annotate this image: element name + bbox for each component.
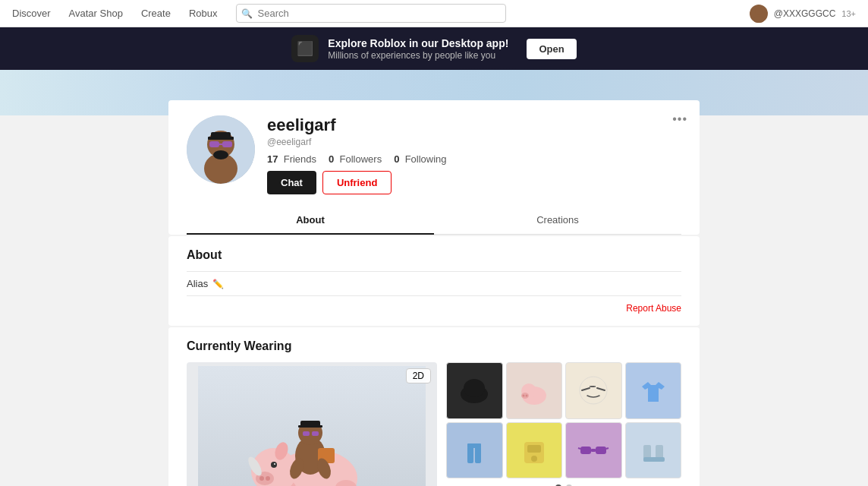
- profile-stats: 17 Friends 0 Followers 0 Following: [267, 153, 681, 165]
- item-shirt[interactable]: [625, 362, 682, 419]
- svg-point-39: [522, 395, 524, 397]
- tab-about[interactable]: About: [187, 207, 434, 235]
- alias-label: Alias: [187, 278, 208, 289]
- friends-stat[interactable]: 17 Friends: [267, 153, 316, 165]
- roblox-icon: ⬛: [297, 40, 313, 57]
- svg-rect-30: [312, 431, 319, 436]
- svg-rect-52: [580, 447, 591, 454]
- chat-button[interactable]: Chat: [267, 171, 316, 194]
- user-menu: @XXXGGGCC 13+: [750, 5, 856, 23]
- profile-username: eeeligarf: [267, 115, 681, 135]
- svg-point-1: [753, 16, 764, 23]
- banner-text: Explore Roblox in our Desktop app! Milli…: [328, 37, 508, 61]
- svg-point-40: [525, 395, 527, 397]
- about-title: About: [187, 248, 681, 262]
- nav-avatar-shop[interactable]: Avatar Shop: [69, 8, 123, 19]
- item-backpack[interactable]: [506, 422, 563, 479]
- svg-point-51: [531, 456, 537, 462]
- promo-banner: ⬛ Explore Roblox in our Desktop app! Mil…: [0, 27, 868, 70]
- more-options-button[interactable]: •••: [672, 112, 687, 126]
- svg-point-19: [259, 476, 264, 481]
- followers-count: 0: [329, 153, 334, 165]
- profile-avatar: [187, 115, 255, 184]
- currently-wearing-section: Currently Wearing: [168, 327, 700, 486]
- banner-subtitle: Millions of experiences by people like y…: [328, 50, 495, 61]
- friends-label: Friends: [284, 153, 316, 165]
- followers-stat[interactable]: 0 Followers: [329, 153, 382, 165]
- search-input[interactable]: [236, 4, 506, 23]
- svg-rect-5: [209, 141, 219, 147]
- avatar-3d-view: 2D: [187, 362, 437, 486]
- top-navigation: Discover Avatar Shop Create Robux 🔍 @XXX…: [0, 0, 868, 27]
- svg-rect-48: [475, 447, 481, 463]
- svg-point-10: [213, 150, 228, 159]
- items-container: [446, 362, 681, 486]
- banner-title: Explore Roblox in our Desktop app!: [328, 37, 508, 49]
- following-stat[interactable]: 0 Following: [394, 153, 446, 165]
- nav-links: Discover Avatar Shop Create Robux: [12, 8, 218, 19]
- item-shoes[interactable]: [625, 422, 682, 479]
- report-abuse-link[interactable]: Report Abuse: [626, 303, 681, 314]
- age-label: 13+: [841, 9, 856, 18]
- svg-point-21: [271, 462, 277, 468]
- svg-point-22: [274, 463, 275, 465]
- item-pig-pet[interactable]: [506, 362, 563, 419]
- svg-rect-50: [527, 445, 541, 453]
- main-content: eeeligarf @eeeligarf 17 Friends 0 Follow…: [168, 100, 700, 486]
- svg-rect-7: [219, 144, 222, 145]
- profile-tabs: About Creations: [187, 207, 681, 235]
- svg-rect-28: [298, 425, 322, 428]
- profile-card: eeeligarf @eeeligarf 17 Friends 0 Follow…: [168, 100, 700, 235]
- item-beard[interactable]: [446, 362, 503, 419]
- svg-point-35: [464, 379, 485, 397]
- unfriend-button[interactable]: Unfriend: [322, 171, 392, 194]
- svg-rect-53: [596, 447, 606, 454]
- avatar[interactable]: [750, 5, 768, 23]
- tab-creations[interactable]: Creations: [434, 207, 681, 235]
- profile-handle: @eeeligarf: [267, 137, 681, 147]
- nav-discover[interactable]: Discover: [12, 8, 51, 19]
- svg-rect-54: [591, 449, 596, 452]
- item-pants[interactable]: [446, 422, 503, 479]
- svg-line-56: [606, 448, 609, 449]
- profile-top: eeeligarf @eeeligarf 17 Friends 0 Follow…: [187, 115, 681, 194]
- nav-create[interactable]: Create: [141, 8, 171, 19]
- svg-rect-60: [653, 457, 665, 462]
- search-icon: 🔍: [241, 8, 253, 19]
- profile-actions: Chat Unfriend: [267, 171, 681, 194]
- avatar-scene: [198, 366, 426, 486]
- banner-open-button[interactable]: Open: [527, 39, 576, 59]
- about-section: About Alias ✏️ Report Abuse: [168, 236, 700, 326]
- friends-count: 17: [267, 153, 278, 165]
- banner-icon: ⬛: [291, 35, 319, 62]
- following-count: 0: [394, 153, 399, 165]
- svg-rect-9: [208, 137, 234, 140]
- following-label: Following: [405, 153, 447, 165]
- wearing-title: Currently Wearing: [187, 339, 681, 353]
- items-grid: [446, 362, 681, 478]
- wearing-content: 2D: [187, 362, 681, 486]
- profile-info: eeeligarf @eeeligarf 17 Friends 0 Follow…: [267, 115, 681, 194]
- item-face[interactable]: [565, 362, 622, 419]
- svg-rect-47: [467, 447, 473, 463]
- svg-point-20: [266, 476, 270, 481]
- item-glasses[interactable]: [565, 422, 622, 479]
- search-container: 🔍: [236, 4, 506, 23]
- avatar-character: [187, 115, 255, 184]
- svg-line-55: [578, 448, 580, 449]
- svg-rect-29: [303, 431, 310, 436]
- followers-label: Followers: [340, 153, 382, 165]
- svg-rect-6: [222, 141, 232, 147]
- edit-alias-icon[interactable]: ✏️: [212, 279, 224, 289]
- toggle-2d-button[interactable]: 2D: [406, 368, 431, 383]
- report-abuse-container: Report Abuse: [187, 302, 681, 314]
- nav-robux[interactable]: Robux: [189, 8, 218, 19]
- alias-row: Alias ✏️: [187, 272, 681, 296]
- svg-point-0: [755, 8, 763, 15]
- username-label: @XXXGGGCC: [774, 8, 836, 19]
